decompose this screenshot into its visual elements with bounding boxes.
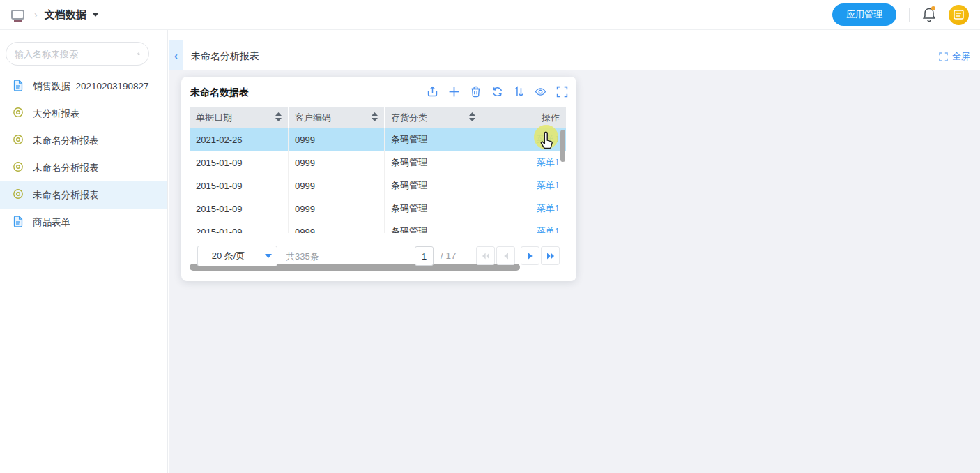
vertical-scrollbar[interactable] (560, 130, 565, 162)
page-count-label: / 17 (441, 250, 457, 261)
card-title: 未命名数据表 (190, 87, 249, 99)
next-page-button[interactable] (521, 246, 539, 265)
top-bar: › 文档数据 应用管理 (0, 0, 980, 30)
sidebar-item-label: 商品表单 (33, 216, 70, 229)
table-header-row: 单据日期客户编码存货分类操作 (190, 107, 566, 128)
sidebar-list: 销售数据_20210203190827大分析报表未命名分析报表未命名分析报表未命… (0, 73, 167, 236)
row-action-link[interactable]: 菜单1 (482, 174, 566, 197)
analysis-report-icon (13, 188, 24, 202)
column-header-2[interactable]: 存货分类 (385, 107, 482, 128)
column-sort-icon[interactable] (469, 112, 475, 123)
cell-date: 2015-01-09 (190, 197, 289, 220)
cell-category: 条码管理 (385, 128, 482, 151)
sort-icon[interactable] (513, 86, 525, 98)
sidebar-item-3[interactable]: 未命名分析报表 (0, 154, 167, 181)
sidebar-item-label: 销售数据_20210203190827 (33, 80, 149, 93)
fullscreen-icon[interactable] (556, 86, 568, 98)
row-action-link[interactable]: 菜单1 (482, 220, 566, 233)
cell-category: 条码管理 (385, 151, 482, 174)
preview-eye-icon[interactable] (535, 86, 546, 98)
notification-dot (931, 6, 935, 10)
sidebar: 销售数据_20210203190827大分析报表未命名分析报表未命名分析报表未命… (0, 30, 168, 473)
notification-bell-icon[interactable] (922, 7, 936, 22)
home-monitor-icon[interactable] (11, 10, 24, 20)
analysis-report-icon (13, 134, 24, 147)
sidebar-item-1[interactable]: 大分析报表 (0, 100, 167, 127)
sidebar-item-5[interactable]: 商品表单 (0, 209, 167, 236)
cell-customer: 0999 (289, 197, 385, 220)
page-fullscreen-button[interactable]: 全屏 (939, 50, 970, 63)
cell-customer: 0999 (289, 128, 385, 151)
table-body: 2021-02-260999条码管理菜单12015-01-090999条码管理菜… (190, 128, 566, 233)
sidebar-item-2[interactable]: 未命名分析报表 (0, 127, 167, 154)
table-row-1[interactable]: 2015-01-090999条码管理菜单1 (190, 151, 566, 174)
prev-page-button[interactable] (496, 246, 515, 265)
total-count-label: 共335条 (286, 250, 319, 263)
page-number-input[interactable] (415, 246, 434, 266)
add-icon[interactable] (448, 86, 460, 98)
document-icon (13, 216, 24, 230)
fullscreen-label: 全屏 (952, 50, 970, 63)
cell-date: 2015-01-09 (190, 174, 289, 197)
column-header-0[interactable]: 单据日期 (190, 107, 289, 128)
sidebar-item-label: 未命名分析报表 (33, 135, 99, 147)
analysis-report-icon (13, 161, 24, 174)
app-root: { "topbar": { "breadcrumb": "文档数据", "app… (0, 0, 980, 473)
sidebar-item-0[interactable]: 销售数据_20210203190827 (0, 73, 167, 100)
column-sort-icon[interactable] (372, 112, 378, 123)
hand-cursor-icon (538, 131, 556, 151)
column-label: 存货分类 (391, 112, 427, 124)
table-row-4[interactable]: 2015-01-090999条码管理菜单1 (190, 220, 566, 233)
column-header-1[interactable]: 客户编码 (289, 107, 385, 128)
analysis-report-icon (13, 107, 24, 120)
row-action-link[interactable]: 菜单1 (482, 197, 566, 220)
table-row-0[interactable]: 2021-02-260999条码管理菜单1 (190, 128, 566, 151)
cell-category: 条码管理 (385, 174, 482, 197)
column-label: 单据日期 (196, 112, 232, 124)
topbar-right-group: 应用管理 (832, 3, 969, 26)
back-button[interactable]: ‹ (169, 40, 183, 70)
sidebar-item-label: 未命名分析报表 (33, 189, 99, 202)
data-table-card: 未命名数据表 (181, 77, 576, 281)
fullscreen-corners-icon (939, 52, 948, 61)
user-avatar[interactable] (949, 5, 969, 25)
breadcrumb-chevron-icon: › (34, 9, 38, 20)
page-size-select[interactable]: 20 条/页 (197, 246, 277, 266)
sidebar-item-label: 大分析报表 (33, 107, 80, 120)
column-header-3[interactable]: 操作 (482, 107, 566, 128)
first-page-button[interactable] (476, 246, 495, 265)
column-sort-icon[interactable] (275, 112, 282, 123)
table-row-3[interactable]: 2015-01-090999条码管理菜单1 (190, 197, 566, 220)
cell-date: 2021-02-26 (190, 128, 289, 151)
search-icon[interactable] (137, 48, 140, 60)
document-icon (13, 80, 24, 93)
search-input[interactable] (15, 49, 137, 59)
breadcrumb[interactable]: 文档数据 (45, 8, 86, 22)
cell-date: 2015-01-09 (190, 151, 289, 174)
page-size-value: 20 条/页 (198, 246, 259, 266)
page-header: ‹ 未命名分析报表 全屏 (169, 30, 980, 70)
pagination-bar: 20 条/页 共335条 / 17 (181, 246, 576, 266)
cell-date: 2015-01-09 (190, 220, 289, 233)
last-page-button[interactable] (541, 246, 560, 265)
sidebar-item-label: 未命名分析报表 (33, 162, 99, 174)
column-label: 操作 (542, 112, 560, 124)
delete-icon[interactable] (470, 86, 482, 98)
column-label: 客户编码 (295, 112, 331, 124)
cell-category: 条码管理 (385, 220, 482, 233)
topbar-divider (909, 8, 910, 22)
refresh-icon[interactable] (491, 86, 503, 98)
sidebar-item-4[interactable]: 未命名分析报表 (0, 181, 167, 209)
export-icon[interactable] (427, 86, 438, 98)
breadcrumb-caret-icon[interactable] (92, 13, 99, 17)
row-action-link[interactable]: 菜单1 (482, 151, 566, 174)
cell-customer: 0999 (289, 174, 385, 197)
cell-customer: 0999 (289, 220, 385, 233)
cell-category: 条码管理 (385, 197, 482, 220)
cell-customer: 0999 (289, 151, 385, 174)
sidebar-search (6, 42, 149, 66)
app-manage-button[interactable]: 应用管理 (832, 3, 896, 26)
page-size-caret-icon[interactable] (259, 246, 277, 266)
table-row-2[interactable]: 2015-01-090999条码管理菜单1 (190, 174, 566, 197)
page-title: 未命名分析报表 (191, 50, 259, 63)
